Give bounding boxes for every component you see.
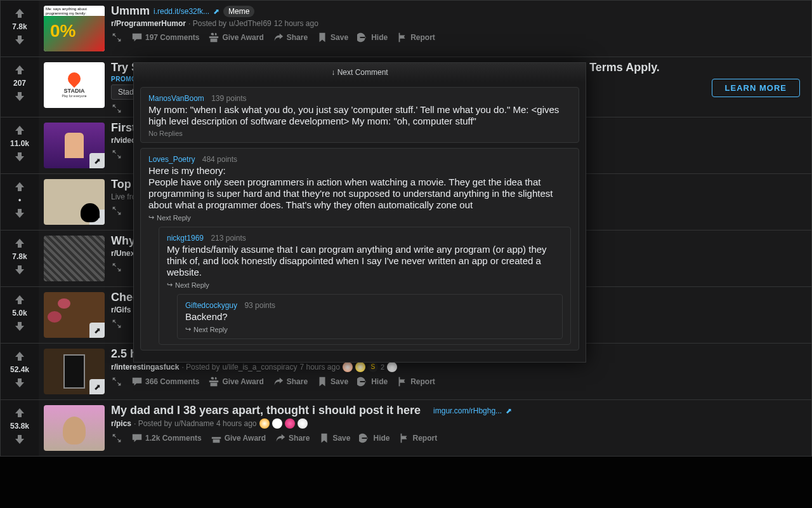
author-link[interactable]: u/JedTheI69: [229, 19, 272, 28]
post-score: 7.8k: [12, 252, 27, 261]
award-icon: [298, 418, 308, 429]
upvote-button[interactable]: [12, 6, 27, 21]
next-reply-button[interactable]: ↪Next Reply: [185, 325, 554, 333]
comment: Loves_Poetry 484 points Here is my theor…: [140, 148, 579, 351]
upvote-button[interactable]: [12, 62, 27, 77]
comment-points: 484 points: [202, 155, 237, 164]
outbound-link-icon[interactable]: ⬈: [89, 153, 105, 168]
awards-row[interactable]: [259, 418, 308, 429]
next-reply-button[interactable]: ↪Next Reply: [167, 281, 563, 289]
post-thumbnail[interactable]: STADIA Play for everyone: [44, 62, 105, 108]
outbound-link-icon[interactable]: ⬈: [89, 210, 105, 225]
comment-icon: [131, 432, 143, 444]
expand-icon[interactable]: [111, 318, 122, 330]
save-button[interactable]: Save: [317, 376, 348, 387]
comments-button[interactable]: 197 Comments: [131, 32, 199, 43]
learn-more-button[interactable]: LEARN MORE: [712, 79, 800, 97]
outbound-link-icon[interactable]: ⬈: [89, 323, 105, 338]
give-award-button[interactable]: Give Award: [211, 432, 266, 444]
post-thumbnail[interactable]: [44, 405, 105, 451]
post-title[interactable]: My dad and I 38 years apart, thought i s…: [111, 404, 421, 417]
post-title[interactable]: Ummm: [111, 4, 150, 18]
expand-icon[interactable]: [111, 32, 122, 43]
post-thumbnail[interactable]: ⬈: [44, 123, 105, 168]
upvote-button[interactable]: [12, 349, 27, 364]
comments-button[interactable]: 366 Comments: [131, 376, 199, 387]
post-thumbnail[interactable]: ⬈: [44, 292, 105, 338]
subreddit-link[interactable]: r/pics: [111, 419, 131, 428]
post-thumbnail[interactable]: Me: says anything about programming my f…: [44, 6, 105, 51]
award-icon: [355, 362, 365, 372]
hide-button[interactable]: Hide: [359, 432, 390, 444]
post-domain-link[interactable]: imgur.com/rHbghg...: [433, 406, 502, 415]
outbound-link-icon[interactable]: ⬈: [89, 379, 105, 394]
comment-author[interactable]: ManosVanBoom: [148, 94, 204, 103]
flag-icon: [396, 376, 408, 387]
report-button[interactable]: Report: [396, 376, 435, 387]
subreddit-link[interactable]: r/interestingasfuck: [111, 363, 179, 371]
downvote-button[interactable]: [12, 262, 27, 277]
author-link[interactable]: u/life_is_a_conspiracy: [222, 363, 297, 371]
hide-button[interactable]: Hide: [357, 376, 388, 387]
vote-column: 5.0k: [1, 287, 39, 343]
post-thumbnail[interactable]: [44, 236, 105, 281]
expand-icon[interactable]: [111, 149, 122, 160]
downvote-button[interactable]: [12, 206, 27, 221]
vote-column: 7.8k: [1, 1, 39, 57]
comment-author[interactable]: Loves_Poetry: [148, 155, 195, 164]
reply-arrow-icon: ↪: [167, 281, 173, 289]
awards-row[interactable]: S 2: [343, 362, 397, 372]
save-button[interactable]: Save: [317, 32, 348, 43]
subreddit-link[interactable]: r/Gifs: [111, 305, 131, 314]
downvote-button[interactable]: [12, 319, 27, 334]
downvote-button[interactable]: [12, 375, 27, 391]
share-button[interactable]: Share: [273, 32, 308, 43]
report-button[interactable]: Report: [396, 32, 435, 43]
post-thumbnail[interactable]: ⬈: [44, 179, 105, 225]
external-link-icon[interactable]: ⬈: [213, 7, 219, 16]
expand-icon[interactable]: [111, 376, 122, 387]
upvote-button[interactable]: [12, 292, 27, 307]
down-arrow-icon: ↓: [331, 68, 335, 77]
report-button[interactable]: Report: [398, 432, 437, 444]
author-link[interactable]: u/Nadname: [174, 419, 214, 428]
share-button[interactable]: Share: [273, 376, 308, 387]
expand-icon[interactable]: [111, 103, 122, 114]
hide-button[interactable]: Hide: [357, 32, 388, 43]
expand-icon[interactable]: [111, 205, 122, 217]
external-link-icon[interactable]: ⬈: [506, 406, 512, 415]
post-flair[interactable]: Meme: [223, 6, 254, 17]
post-domain-link[interactable]: i.redd.it/se32fk...: [154, 7, 209, 16]
comment-author[interactable]: nickgt1969: [167, 234, 204, 243]
bookmark-icon: [318, 432, 330, 444]
stadia-logo-icon: [65, 70, 83, 88]
downvote-button[interactable]: [12, 89, 27, 104]
post-thumbnail[interactable]: ⬈: [44, 349, 105, 394]
next-comment-button[interactable]: ↓ Next Comment: [134, 63, 586, 82]
award-icon: S: [368, 362, 378, 372]
subreddit-link[interactable]: r/ProgrammerHumor: [111, 19, 186, 28]
downvote-button[interactable]: [12, 32, 27, 48]
expand-icon[interactable]: [111, 262, 122, 273]
downvote-button[interactable]: [12, 432, 27, 447]
award-count: 2: [381, 363, 384, 371]
upvote-button[interactable]: [12, 179, 27, 194]
upvote-button[interactable]: [12, 236, 27, 251]
share-button[interactable]: Share: [275, 432, 310, 444]
comment-body: Backend?: [185, 311, 554, 323]
give-award-button[interactable]: Give Award: [208, 376, 263, 387]
upvote-button[interactable]: [12, 123, 27, 138]
save-button[interactable]: Save: [318, 432, 350, 444]
downvote-button[interactable]: [12, 149, 27, 164]
post-age: 4 hours ago: [216, 419, 256, 428]
upvote-button[interactable]: [12, 405, 27, 420]
comment-points: 93 points: [244, 301, 275, 310]
post: 7.8k Me: says anything about programming…: [0, 0, 812, 57]
comment-icon: [131, 32, 143, 43]
thumbnail-sublabel: Play for everyone: [62, 94, 87, 98]
comment-author[interactable]: Giftedcockyguy: [185, 301, 237, 310]
give-award-button[interactable]: Give Award: [208, 32, 263, 43]
next-reply-button[interactable]: ↪Next Reply: [148, 213, 571, 222]
comments-button[interactable]: 1.2k Comments: [131, 432, 202, 444]
expand-icon[interactable]: [111, 432, 122, 444]
